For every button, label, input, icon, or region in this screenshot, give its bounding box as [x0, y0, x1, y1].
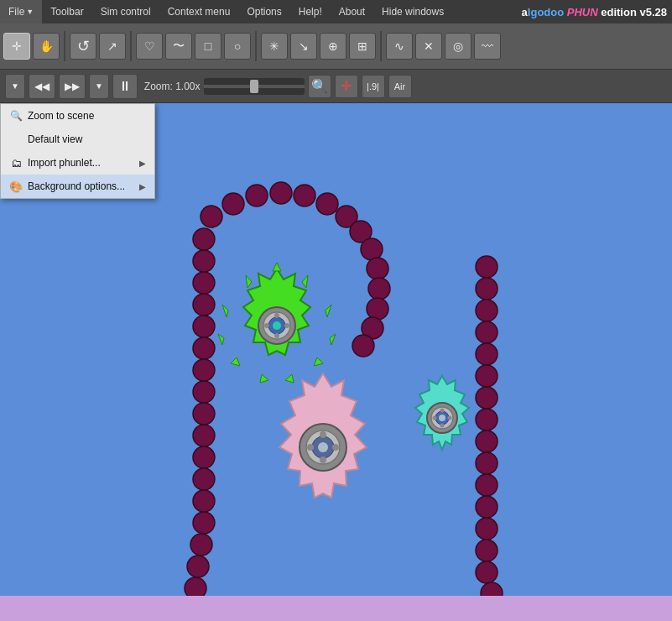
import-arrow: ▶	[139, 159, 146, 168]
menu-contextmenu[interactable]: Context menu	[159, 0, 239, 23]
svg-point-66	[439, 415, 445, 421]
air-btn[interactable]: Air	[388, 75, 412, 98]
svg-point-70	[440, 409, 445, 413]
svg-point-9	[367, 258, 388, 279]
svg-point-13	[352, 335, 374, 357]
svg-point-11	[367, 298, 388, 320]
svg-point-36	[193, 359, 215, 381]
svg-point-50	[273, 321, 281, 330]
svg-point-21	[476, 409, 497, 431]
tool-hinge[interactable]: ⊕	[320, 33, 346, 60]
svg-point-17	[476, 321, 497, 343]
svg-point-42	[193, 490, 215, 512]
pressure-btn[interactable]: |.9|	[362, 75, 385, 98]
toolbar-separator-2	[130, 31, 132, 61]
svg-point-8	[361, 238, 383, 260]
zoom-track	[204, 85, 305, 88]
toolbar-separator-1	[64, 31, 65, 61]
dropdown-menu: 🔍 Zoom to scene Default view 🗂 Import ph…	[0, 103, 155, 199]
tool-delete[interactable]: ✕	[415, 33, 442, 60]
svg-point-34	[193, 316, 215, 337]
svg-point-2	[246, 185, 268, 206]
dropdown-background-options[interactable]: 🎨 Background options... ▶	[1, 175, 154, 198]
menubar: File ▼ Toolbar Sim control Context menu …	[0, 0, 672, 23]
svg-point-0	[201, 206, 222, 227]
transport-dropdown[interactable]: ▼	[5, 74, 25, 99]
tool-spring[interactable]: ↘	[290, 33, 317, 60]
bg-icon: 🎨	[9, 180, 23, 193]
view-icon	[9, 133, 23, 146]
toolbar-separator-3	[255, 31, 257, 61]
crosshair-btn[interactable]: ✛	[335, 75, 358, 98]
transport-dropdown2[interactable]: ▼	[89, 74, 109, 99]
svg-point-22	[476, 431, 497, 452]
toolbar: ✛ ✋ ↺ ↗ ♡ 〜 □ ○ ✳ ↘ ⊕ ⊞ ∿ ✕ ◎ 〰	[0, 23, 672, 70]
svg-point-58	[318, 442, 328, 452]
svg-point-10	[368, 278, 390, 300]
gear-green	[218, 263, 336, 383]
import-icon: 🗂	[9, 156, 23, 170]
svg-point-60	[307, 444, 314, 451]
menu-options[interactable]: Options	[238, 0, 289, 23]
svg-point-51	[284, 323, 289, 328]
tool-circle[interactable]: ○	[224, 33, 251, 60]
tool-select[interactable]: ✛	[3, 33, 30, 60]
menu-file[interactable]: File ▼	[0, 0, 42, 23]
svg-point-59	[332, 444, 339, 451]
svg-point-1	[222, 193, 244, 215]
tool-curve[interactable]: 〜	[165, 33, 192, 60]
svg-point-37	[193, 381, 215, 403]
svg-point-43	[193, 512, 215, 534]
svg-point-62	[320, 431, 326, 438]
dropdown-zoom-to-scene[interactable]: 🔍 Zoom to scene	[1, 104, 154, 128]
dropdown-default-view[interactable]: Default view	[1, 128, 154, 151]
tool-rect[interactable]: □	[195, 33, 221, 60]
tool-wave[interactable]: ∿	[386, 33, 413, 60]
tool-pan[interactable]: ✋	[33, 33, 60, 60]
dropdown-import-phunlet[interactable]: 🗂 Import phunlet... ▶	[1, 151, 154, 175]
brand-text: algodoo PHUN edition v5.28	[522, 6, 667, 18]
svg-point-3	[270, 182, 292, 204]
tool-pointer[interactable]: ↗	[99, 33, 126, 60]
svg-point-41	[193, 468, 215, 490]
svg-point-45	[187, 556, 209, 577]
toolbar-separator-4	[380, 31, 382, 61]
tool-gear[interactable]: ✳	[261, 33, 288, 60]
transport-pause[interactable]: ⏸	[112, 74, 138, 99]
menu-hidewindows[interactable]: Hide windows	[373, 0, 452, 23]
svg-point-15	[476, 278, 497, 300]
bottom-strip	[0, 596, 672, 621]
svg-point-35	[193, 337, 215, 359]
menu-about[interactable]: About	[331, 0, 373, 23]
menu-simcontrol[interactable]: Sim control	[92, 0, 159, 23]
svg-point-54	[274, 313, 279, 318]
tool-fix[interactable]: ⊞	[349, 33, 376, 60]
svg-point-26	[476, 518, 497, 540]
tool-rotate[interactable]: ↺	[70, 33, 96, 60]
menu-toolbar[interactable]: Toolbar	[42, 0, 91, 23]
tool-chain[interactable]: 〰	[474, 33, 501, 60]
zoom-slider[interactable]	[204, 78, 305, 95]
menu-help[interactable]: Help!	[290, 0, 331, 23]
svg-point-39	[193, 425, 215, 446]
svg-point-33	[193, 294, 215, 316]
transport-forward[interactable]: ▶▶	[59, 74, 86, 99]
canvas-area[interactable]: 🔍 Zoom to scene Default view 🗂 Import ph…	[0, 103, 672, 596]
svg-point-31	[193, 250, 215, 272]
svg-point-23	[476, 452, 497, 474]
transport-rewind[interactable]: ◀◀	[29, 74, 55, 99]
zoom-reset-btn[interactable]: 🔍	[308, 75, 331, 98]
svg-point-5	[316, 193, 338, 215]
gear-pink	[279, 373, 367, 498]
svg-point-24	[476, 474, 497, 496]
tool-target[interactable]: ◎	[445, 33, 471, 60]
svg-point-18	[476, 343, 497, 365]
zoom-label: Zoom: 1.00x	[144, 81, 201, 92]
svg-point-44	[190, 534, 212, 556]
svg-point-14	[476, 256, 497, 278]
svg-point-20	[476, 387, 497, 409]
transport-bar: ▼ ◀◀ ▶▶ ▼ ⏸ Zoom: 1.00x 🔍 ✛ |.9| Air	[0, 70, 672, 103]
svg-point-67	[448, 416, 452, 420]
svg-point-53	[274, 333, 279, 338]
tool-draw[interactable]: ♡	[136, 33, 163, 60]
